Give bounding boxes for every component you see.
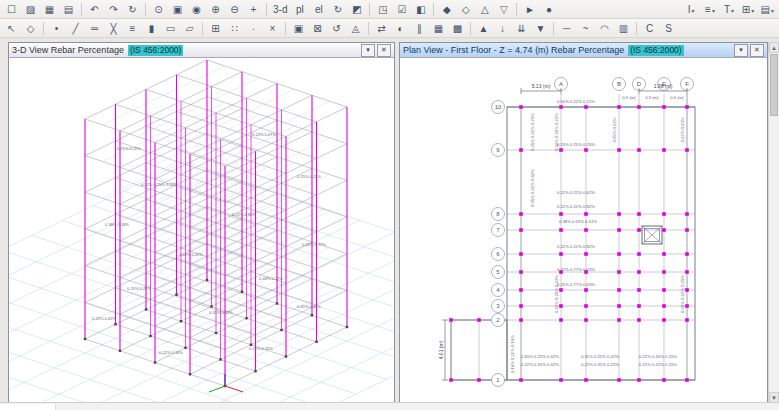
toolbar-restore-full-view-icon[interactable]: ▣ xyxy=(169,1,186,17)
toolbar-run-analysis-icon[interactable]: ► xyxy=(521,1,538,17)
toolbar-show-deformed-icon[interactable]: ~ xyxy=(577,20,594,36)
toolbar-plan-view-icon[interactable]: pl xyxy=(291,1,308,17)
column-marker xyxy=(637,288,641,292)
toolbar-show-stress-contours-icon[interactable]: ▥ xyxy=(615,20,632,36)
toolbar-print-icon[interactable]: ▤ xyxy=(60,1,77,17)
toolbar-show-moment-diagram-icon[interactable]: ◠ xyxy=(596,20,613,36)
column-marker xyxy=(584,288,588,292)
toolbar-assign-supports-icon[interactable]: ▲ xyxy=(475,20,492,36)
toolbar-shade-view-icon[interactable]: ◧ xyxy=(412,1,429,17)
toolbar-zoom-in-icon[interactable]: ⊕ xyxy=(207,1,224,17)
3d-view-titlebar[interactable]: 3-D View Rebar Percentage (IS 456:2000) … xyxy=(9,43,394,58)
toolbar-lock-model-icon[interactable]: ● xyxy=(540,1,557,17)
toolbar-assign-distributed-load-icon[interactable]: ⇊ xyxy=(513,20,530,36)
3d-model-canvas[interactable]: 0.95% 0.22%0.22% 0.67%0.25% 0.22%0.22% 0… xyxy=(9,58,394,402)
toolbar-assign-area-load-icon[interactable]: ▼ xyxy=(532,20,549,36)
plan-canvas[interactable]: ABDEF109876543215.13 (m)1.98 (m)4.01 (m)… xyxy=(400,58,767,402)
toolbar-zoom-out-icon[interactable]: ⊖ xyxy=(226,1,243,17)
scrollbar-thumb[interactable] xyxy=(770,54,778,116)
rebar-percentage-label: 0.22% 0.82% xyxy=(232,212,256,217)
toolbar-perspective-toggle-icon[interactable]: ◩ xyxy=(348,1,365,17)
pane-menu-button[interactable]: ▾ xyxy=(361,44,375,57)
toolbar-assign-load-icon[interactable]: ▽ xyxy=(495,1,512,17)
toolbar-separator xyxy=(202,22,203,35)
rebar-percentage-label: 0.50% 0.22% 0.21% xyxy=(557,99,595,104)
toolbar-design-concrete-icon[interactable]: C xyxy=(641,20,658,36)
plan-view-titlebar[interactable]: Plan View - First Floor - Z = 4.74 (m) R… xyxy=(400,43,767,58)
column-marker xyxy=(637,148,641,152)
rebar-percentage-label: 0.25% 0.77% 0.43% xyxy=(557,282,595,287)
toolbar-refresh-window-icon[interactable]: ↻ xyxy=(124,1,141,17)
column-marker xyxy=(519,212,523,216)
column-marker xyxy=(617,228,621,232)
toolbar-snap-to-grid-icon[interactable]: ⊞ xyxy=(207,20,224,36)
toolbar-display-list-combo-icon[interactable]: ▤▾ xyxy=(759,1,776,17)
toolbar-snap-to-intersections-icon[interactable]: × xyxy=(264,20,281,36)
toolbar-clear-selection-icon[interactable]: ⊠ xyxy=(309,20,326,36)
toolbar-design-steel-icon[interactable]: S xyxy=(660,20,677,36)
column-marker xyxy=(617,304,621,308)
toolbar-section-cut-combo-icon[interactable]: I▾ xyxy=(683,1,700,17)
toolbar-open-file-icon[interactable]: ▨ xyxy=(22,1,39,17)
toolbar-quick-draw-beam-icon[interactable]: ═ xyxy=(86,20,103,36)
plan-view-title: Plan View - First Floor - Z = 4.74 (m) R… xyxy=(403,45,624,55)
toolbar-pointer-select-icon[interactable]: ↖ xyxy=(3,20,20,36)
toolbar-row-2: ↖◇•╱═╳≡▮▭▱⊞∷∙×▣⊠↺◬⇄◐∥▦▩▲↓⇊▼─~◠▥CS xyxy=(0,19,779,38)
toolbar-show-undeformed-icon[interactable]: ─ xyxy=(558,20,575,36)
toolbar-assign-point-load-icon[interactable]: ↓ xyxy=(494,20,511,36)
dimension-label: 5.13 (m) xyxy=(532,83,551,89)
toolbar-undo-icon[interactable]: ↶ xyxy=(86,1,103,17)
base-support-marker xyxy=(84,338,86,340)
toolbar-set-display-options-icon[interactable]: ☑ xyxy=(393,1,410,17)
toolbar-object-shrink-toggle-icon[interactable]: ◳ xyxy=(374,1,391,17)
toolbar-rubber-band-zoom-icon[interactable]: ⊙ xyxy=(150,1,167,17)
pane-close-button[interactable]: ✕ xyxy=(750,44,764,57)
base-support-marker xyxy=(145,308,147,310)
rebar-percentage-label: 0.5 (m) xyxy=(622,95,636,100)
toolbar-quick-draw-area-icon[interactable]: ▱ xyxy=(181,20,198,36)
toolbar-mesh-areas-icon[interactable]: ▦ xyxy=(430,20,447,36)
toolbar-draw-joint-icon[interactable]: • xyxy=(48,20,65,36)
toolbar-text-style-combo-icon[interactable]: T▾ xyxy=(721,1,738,17)
toolbar-assign-joint-icon[interactable]: ◆ xyxy=(438,1,455,17)
toolbar-member-list-combo-icon[interactable]: ≡▾ xyxy=(702,1,719,17)
toolbar-previous-zoom-icon[interactable]: ◉ xyxy=(188,1,205,17)
toolbar-rotate-3d-view-icon[interactable]: ↻ xyxy=(329,1,346,17)
vertical-scrollbar[interactable]: ▲ ▼ xyxy=(768,42,779,403)
pane-close-button[interactable]: ✕ xyxy=(377,44,391,57)
toolbar-grid-options-combo-icon[interactable]: ⊞▾ xyxy=(740,1,757,17)
rebar-percentage-label: 0.22% 0.31% 0.22% xyxy=(581,362,619,367)
toolbar-mirror-objects-icon[interactable]: ◐ xyxy=(392,20,409,36)
toolbar-reshape-object-icon[interactable]: ◇ xyxy=(22,20,39,36)
scroll-up-arrow[interactable]: ▲ xyxy=(769,42,779,53)
toolbar-pan-icon[interactable]: + xyxy=(245,1,262,17)
toolbar-draw-frame-icon[interactable]: ╱ xyxy=(67,20,84,36)
toolbar-snap-to-points-icon[interactable]: ∷ xyxy=(226,20,243,36)
toolbar-new-model-icon[interactable]: ☐ xyxy=(3,1,20,17)
toolbar-3d-view-icon[interactable]: 3-d xyxy=(271,1,289,17)
toolbar-quick-draw-secondary-beams-icon[interactable]: ≡ xyxy=(124,20,141,36)
toolbar-merge-areas-icon[interactable]: ▩ xyxy=(449,20,466,36)
toolbar-elevation-view-icon[interactable]: el xyxy=(310,1,327,17)
toolbar-select-all-icon[interactable]: ▣ xyxy=(290,20,307,36)
pane-menu-button[interactable]: ▾ xyxy=(734,44,748,57)
toolbar-separator xyxy=(81,3,82,16)
toolbar-snap-to-midpoints-icon[interactable]: ∙ xyxy=(245,20,262,36)
toolbar-assign-frame-icon[interactable]: ◇ xyxy=(457,1,474,17)
toolbar-draw-area-icon[interactable]: ▭ xyxy=(162,20,179,36)
column-marker xyxy=(584,378,588,382)
toolbar-quick-draw-braces-icon[interactable]: ╳ xyxy=(105,20,122,36)
toolbar-redo-icon[interactable]: ↷ xyxy=(105,1,122,17)
scrollbar-track[interactable] xyxy=(769,117,779,392)
toolbar-assign-shell-icon[interactable]: △ xyxy=(476,1,493,17)
toolbar-previous-selection-icon[interactable]: ↺ xyxy=(328,20,345,36)
toolbar-draw-wall-icon[interactable]: ▮ xyxy=(143,20,160,36)
toolbar-divide-frames-icon[interactable]: ∥ xyxy=(411,20,428,36)
toolbar-save-model-icon[interactable]: ▦ xyxy=(41,1,58,17)
column-marker xyxy=(559,105,563,109)
base-support-marker xyxy=(149,335,151,337)
toolbar-select-by-polygon-icon[interactable]: ◬ xyxy=(347,20,364,36)
column-marker xyxy=(519,378,523,382)
toolbar-move-joints-icon[interactable]: ⇄ xyxy=(373,20,390,36)
rebar-percentage-label: 0.38% 0.53% 0.41% xyxy=(559,219,597,224)
